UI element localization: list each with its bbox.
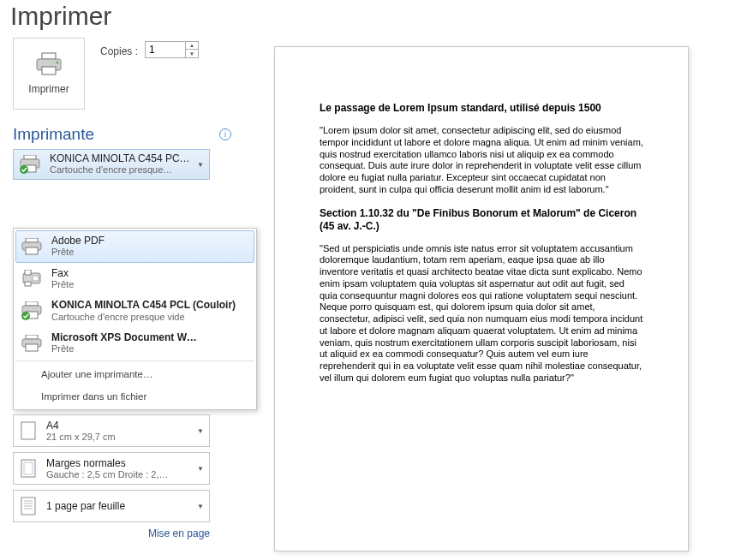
printer-icon [21, 238, 44, 255]
printer-status-icon [21, 301, 45, 320]
paper-size-dropdown[interactable]: A421 cm x 29,7 cm ▼ [13, 414, 210, 447]
svg-rect-4 [24, 155, 36, 159]
svg-point-7 [20, 165, 28, 174]
pages-per-sheet-dropdown[interactable]: 1 page par feuille ▼ [13, 490, 210, 522]
svg-rect-12 [25, 270, 31, 275]
chevron-down-icon: ▼ [197, 464, 204, 472]
page-icon [21, 421, 36, 440]
svg-rect-0 [42, 53, 56, 59]
per-sheet-label: 1 page par feuille [46, 500, 125, 512]
print-button-label: Imprimer [28, 83, 69, 95]
svg-rect-2 [42, 67, 56, 74]
preview-paragraph-1: "Lorem ipsum dolor sit amet, consectetur… [320, 125, 643, 196]
margins-dropdown[interactable]: Marges normalesGauche : 2,5 cm Droite : … [13, 452, 210, 485]
svg-rect-8 [26, 238, 38, 242]
svg-rect-13 [33, 276, 39, 281]
printer-option-xps[interactable]: Microsoft XPS Document WriterPrête [15, 327, 254, 360]
margins-icon [21, 459, 36, 478]
paper-sub: 21 cm x 29,7 cm [46, 432, 116, 442]
printer-option-name: Adobe PDF [51, 235, 105, 247]
chevron-down-icon: ▼ [197, 502, 204, 509]
add-printer-action[interactable]: Ajouter une imprimante… [15, 363, 254, 385]
preview-heading-1: Le passage de Lorem Ipsum standard, util… [320, 102, 643, 115]
printer-section-title: Imprimante [13, 125, 94, 144]
copies-input[interactable] [145, 41, 186, 58]
printer-icon [34, 52, 63, 76]
printer-status-icon [19, 155, 43, 174]
printer-dropdown[interactable]: KONICA MINOLTA C454 PC… Cartouche d'encr… [13, 149, 210, 180]
printer-option-status: Prête [51, 279, 74, 290]
printer-option-name: Fax [51, 267, 74, 279]
preview-paragraph-2: "Sed ut perspiciatis unde omnis iste nat… [320, 243, 643, 384]
copies-label: Copies : [100, 45, 138, 57]
svg-rect-14 [25, 282, 31, 286]
chevron-down-icon: ▼ [197, 160, 204, 168]
fax-icon [21, 270, 44, 287]
chevron-down-icon: ▼ [197, 426, 204, 434]
printer-option-fax[interactable]: FaxPrête [15, 263, 254, 295]
info-icon[interactable]: i [219, 128, 231, 140]
preview-heading-2: Section 1.10.32 du "De Finibus Bonorum e… [320, 207, 643, 233]
spin-up-icon[interactable]: ▲ [186, 42, 198, 50]
svg-rect-21 [26, 344, 38, 351]
printer-option-name: KONICA MINOLTA C454 PCL (Couloir) [51, 299, 236, 311]
printer-option-status: Prête [51, 247, 105, 258]
printer-dropdown-popup: Adobe PDFPrête FaxPrête KONICA MINOLTA C… [13, 228, 257, 410]
print-preview-page: Le passage de Lorem Ipsum standard, util… [274, 46, 689, 551]
page-title: Imprimer [0, 0, 729, 38]
page-setup-link[interactable]: Mise en page [13, 527, 210, 539]
printer-option-konica[interactable]: KONICA MINOLTA C454 PCL (Couloir)Cartouc… [15, 295, 254, 327]
svg-point-18 [21, 312, 30, 320]
printer-option-status: Cartouche d'encre presque vide [51, 312, 236, 323]
page-icon [21, 497, 36, 515]
printer-option-adobe-pdf[interactable]: Adobe PDFPrête [15, 230, 254, 263]
svg-rect-19 [26, 335, 38, 339]
printer-icon [21, 335, 44, 352]
print-button[interactable]: Imprimer [13, 38, 85, 110]
svg-rect-23 [21, 422, 35, 439]
margins-title: Marges normales [46, 457, 168, 469]
paper-title: A4 [46, 420, 116, 432]
margins-sub: Gauche : 2,5 cm Droite : 2,… [46, 469, 168, 480]
printer-option-name: Microsoft XPS Document Writer [51, 331, 197, 343]
svg-rect-10 [26, 247, 38, 254]
print-to-file-action[interactable]: Imprimer dans un fichier [15, 385, 254, 408]
spin-down-icon[interactable]: ▼ [186, 50, 198, 57]
svg-point-3 [57, 62, 59, 64]
selected-printer-status: Cartouche d'encre presque… [50, 164, 190, 176]
selected-printer-name: KONICA MINOLTA C454 PC… [50, 152, 190, 164]
copies-spinner[interactable]: ▲▼ [186, 41, 199, 58]
svg-rect-15 [26, 301, 38, 306]
printer-option-status: Prête [51, 343, 197, 354]
